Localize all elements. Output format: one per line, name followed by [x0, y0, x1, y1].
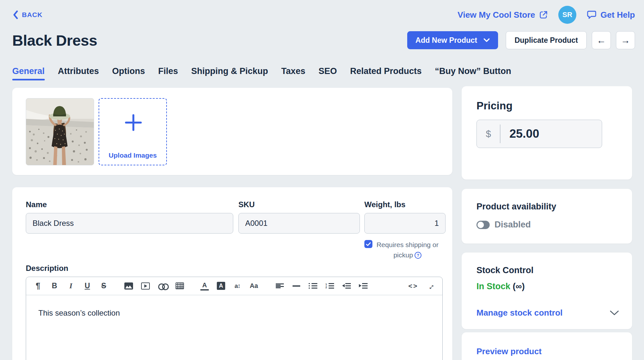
chevron-down-icon[interactable]: [610, 310, 619, 316]
tabs: GeneralAttributesOptionsFilesShipping & …: [12, 66, 511, 80]
duplicate-product-button[interactable]: Duplicate Product: [506, 31, 587, 49]
stock-quantity: (∞): [513, 282, 525, 291]
stock-status: In Stock: [476, 282, 510, 291]
requires-shipping-label: Requires shipping or pickup?: [376, 240, 439, 260]
code-icon[interactable]: <>: [408, 282, 418, 290]
product-editor-page: BACK View My Cool Store SR Get Help Blac…: [0, 0, 644, 360]
stock-title: Stock Control: [476, 265, 533, 275]
image-icon[interactable]: [124, 282, 133, 290]
tab-attributes[interactable]: Attributes: [58, 66, 99, 80]
bold-icon[interactable]: B: [50, 282, 59, 290]
upload-images-dropzone[interactable]: Upload Images: [99, 98, 167, 165]
line-spacing-icon[interactable]: a↕: [233, 282, 242, 290]
help-icon[interactable]: ?: [414, 252, 422, 259]
indent-icon[interactable]: [359, 283, 368, 289]
italic-icon[interactable]: I: [67, 282, 75, 290]
description-editor: ¶BIUSAAa↕Aa<>↔ This season’s collection: [26, 277, 443, 360]
video-icon[interactable]: [141, 282, 150, 290]
tab-options[interactable]: Options: [112, 66, 145, 80]
highlight-icon[interactable]: A: [217, 282, 225, 290]
arrow-left-icon: ←: [597, 35, 606, 46]
tab-buy-now-button[interactable]: “Buy Now” Button: [435, 66, 511, 80]
topbar-right: View My Cool Store SR Get Help: [457, 6, 635, 24]
tab-related-products[interactable]: Related Products: [350, 66, 422, 80]
description-input[interactable]: This season’s collection: [26, 295, 442, 331]
topbar: BACK View My Cool Store SR Get Help: [13, 6, 635, 24]
horizontal-rule-icon[interactable]: [292, 282, 301, 290]
pricing-card: Pricing $ Manage pricing options: [462, 86, 632, 180]
text-style-icon[interactable]: Aa: [250, 282, 258, 290]
editor-toolbar: ¶BIUSAAa↕Aa<>↔: [26, 277, 442, 295]
preview-card: Preview product: [462, 332, 632, 360]
underline-icon[interactable]: U: [83, 282, 91, 290]
price-field: $: [476, 120, 602, 148]
stock-status-line: In Stock (∞): [476, 282, 525, 291]
view-store-link[interactable]: View My Cool Store: [457, 10, 548, 20]
svg-text:?: ?: [417, 253, 419, 258]
fullscreen-icon[interactable]: ↔: [425, 280, 437, 292]
strikethrough-icon[interactable]: S: [100, 282, 108, 290]
numbered-list-icon[interactable]: [325, 283, 334, 289]
availability-toggle[interactable]: [476, 221, 490, 229]
link-icon[interactable]: [158, 282, 168, 290]
availability-card: Product availability Disabled: [462, 189, 632, 244]
requires-shipping-row: Requires shipping or pickup?: [364, 240, 448, 260]
check-icon: [366, 242, 371, 246]
description-label: Description: [26, 264, 68, 273]
chevron-left-icon: [13, 10, 18, 19]
weight-input[interactable]: [364, 213, 446, 234]
currency-symbol: $: [477, 129, 500, 139]
header: Black Dress Add New Product Duplicate Pr…: [12, 31, 635, 50]
avatar[interactable]: SR: [558, 6, 576, 24]
sku-label: SKU: [238, 200, 255, 209]
get-help-link[interactable]: Get Help: [587, 10, 635, 20]
availability-toggle-row: Disabled: [476, 220, 531, 230]
back-button[interactable]: BACK: [13, 10, 43, 19]
product-photo: [26, 98, 94, 165]
requires-shipping-checkbox[interactable]: [364, 240, 372, 248]
outdent-icon[interactable]: [342, 283, 351, 289]
chevron-down-icon: [484, 38, 490, 42]
upload-images-label: Upload Images: [99, 152, 166, 159]
header-actions: Add New Product Duplicate Product ← →: [407, 31, 635, 49]
previous-product-button[interactable]: ←: [592, 31, 611, 49]
weight-label: Weight, lbs: [364, 200, 406, 209]
sku-input[interactable]: [238, 213, 360, 234]
toggle-knob: [477, 222, 484, 228]
bullet-list-icon[interactable]: [309, 283, 317, 289]
gallery-card: Upload Images: [12, 88, 452, 175]
manage-stock-row: Manage stock control: [476, 308, 619, 318]
next-product-button[interactable]: →: [616, 31, 635, 49]
plus-icon: [125, 114, 142, 131]
product-details-card: Name SKU Weight, lbs Requires shipping o…: [12, 187, 452, 360]
add-new-product-button[interactable]: Add New Product: [407, 31, 498, 49]
tab-general[interactable]: General: [12, 66, 45, 80]
manage-stock-link[interactable]: Manage stock control: [476, 308, 562, 318]
get-help-label: Get Help: [601, 10, 635, 20]
table-icon[interactable]: [176, 282, 184, 289]
back-label: BACK: [22, 11, 43, 19]
text-color-icon[interactable]: A: [200, 282, 209, 291]
tab-shipping-pickup[interactable]: Shipping & Pickup: [191, 66, 268, 80]
preview-product-link[interactable]: Preview product: [476, 346, 542, 356]
price-input[interactable]: [500, 127, 571, 141]
page-title: Black Dress: [12, 32, 97, 49]
pricing-title: Pricing: [476, 100, 513, 112]
chat-bubble-icon: [587, 10, 597, 20]
tab-taxes[interactable]: Taxes: [281, 66, 305, 80]
name-input[interactable]: [26, 213, 233, 234]
align-left-icon[interactable]: [276, 283, 284, 289]
availability-title: Product availability: [476, 202, 556, 212]
view-store-label: View My Cool Store: [457, 10, 535, 20]
name-label: Name: [26, 200, 47, 209]
tab-seo[interactable]: SEO: [319, 66, 337, 80]
arrow-right-icon: →: [621, 35, 630, 46]
availability-status: Disabled: [495, 220, 531, 230]
tab-files[interactable]: Files: [158, 66, 178, 80]
stock-control-card: Stock Control In Stock (∞) Manage stock …: [462, 253, 632, 329]
paragraph-icon[interactable]: ¶: [34, 282, 42, 290]
product-photo-thumbnail[interactable]: [26, 98, 94, 165]
external-link-icon: [539, 10, 548, 19]
